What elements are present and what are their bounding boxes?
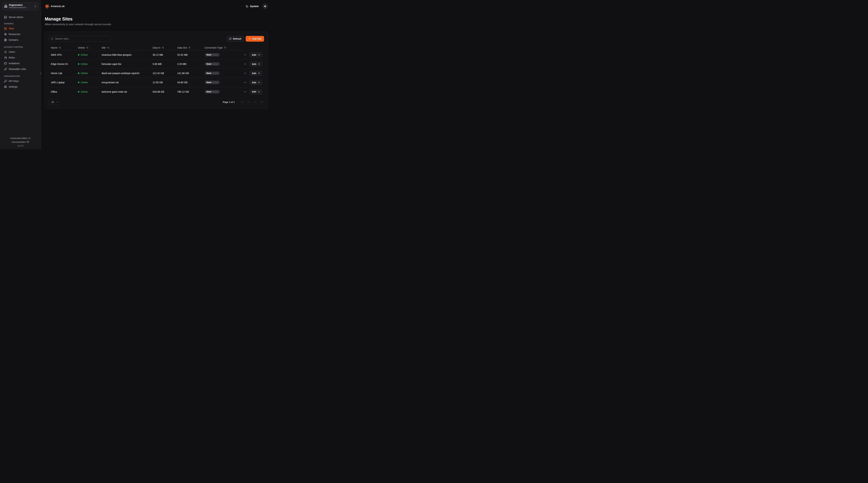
- chevron-right-icon: [254, 101, 256, 103]
- users-icon: [4, 56, 7, 59]
- row-menu-button[interactable]: [244, 81, 247, 84]
- app-root: Organization milo@fossorial.io's ... Ser…: [0, 0, 272, 149]
- edit-button[interactable]: Edit: [250, 62, 262, 66]
- next-page-button[interactable]: [253, 100, 258, 104]
- arrow-right-icon: [258, 72, 260, 74]
- sidebar-item-roles[interactable]: Roles: [2, 55, 38, 60]
- sidebar-item-sites[interactable]: Sites: [2, 26, 38, 31]
- sidebar-item-label: Settings: [9, 85, 18, 88]
- documentation-link[interactable]: Documentation: [0, 140, 41, 144]
- edit-button[interactable]: Edit: [250, 53, 262, 57]
- book-icon: [27, 141, 29, 143]
- table-row: Jeff's Laptop Online smug-brown-rat 12.6…: [49, 78, 264, 87]
- row-menu-button[interactable]: [244, 54, 247, 56]
- globe-icon: [4, 38, 7, 41]
- cell-name: Office: [49, 90, 78, 93]
- page-title: Manage Sites: [45, 16, 268, 22]
- search-input[interactable]: [55, 37, 109, 40]
- sidebar-item-api-keys[interactable]: API Keys: [2, 78, 38, 84]
- row-menu-button[interactable]: [244, 90, 247, 93]
- pagination-bar: 20 Page 1 of 1: [49, 99, 264, 105]
- avatar[interactable]: M: [262, 4, 268, 9]
- column-header-name[interactable]: Name: [49, 46, 78, 49]
- prev-page-button[interactable]: [247, 100, 251, 104]
- sidebar-scrollbar[interactable]: [41, 72, 41, 75]
- refresh-icon: [229, 37, 231, 40]
- connection-badge: Newtv1.3.2: [205, 71, 220, 75]
- cell-online: Online: [78, 63, 101, 65]
- online-dot: [78, 91, 79, 93]
- link-icon: [4, 68, 7, 71]
- first-page-button[interactable]: [240, 100, 245, 104]
- chevrons-left-icon: [241, 101, 244, 103]
- column-header-connection-type[interactable]: Connection Type: [205, 46, 232, 49]
- user-icon: [4, 51, 7, 54]
- column-header-data-in[interactable]: Data In: [153, 46, 177, 49]
- row-menu-button[interactable]: [244, 72, 247, 74]
- sites-icon: [4, 27, 7, 30]
- sidebar-item-domains[interactable]: Domains: [2, 37, 38, 42]
- cell-online: Online: [78, 72, 101, 74]
- sidebar-item-settings[interactable]: Settings: [2, 84, 38, 89]
- cell-online: Online: [78, 90, 101, 93]
- key-icon: [4, 79, 7, 83]
- org-selector-value: milo@fossorial.io's ...: [9, 6, 32, 9]
- arrow-right-icon: [258, 63, 260, 65]
- sidebar-item-invitations[interactable]: Invitations: [2, 61, 38, 66]
- table-row: AWS VPC Online vivacious-little-blue-pen…: [49, 50, 264, 60]
- online-dot: [78, 54, 79, 56]
- cell-data-in: 30.12 MB: [153, 54, 177, 56]
- last-page-button[interactable]: [259, 100, 264, 104]
- sidebar-item-label: Roles: [9, 56, 15, 59]
- cell-data-out: 34.80 GB: [177, 81, 205, 84]
- sort-icon: [224, 46, 226, 49]
- page-status: Page 1 of 1: [223, 101, 235, 103]
- sidebar-item-resources[interactable]: Resources: [2, 32, 38, 37]
- table-header-row: Name Online Site Data In Data Out Connec…: [49, 45, 264, 50]
- connection-badge: Newtv1.3.2: [205, 90, 220, 94]
- edit-button[interactable]: Edit: [250, 80, 262, 85]
- sidebar-item-label: Invitations: [9, 62, 20, 65]
- table-row: Edge Device 01 Online fortunate-cape-fox…: [49, 60, 264, 69]
- sort-icon: [188, 46, 191, 49]
- cell-data-out: 3.20 MB: [177, 63, 205, 65]
- cell-connection-type: Newtv1.3.2: [205, 53, 232, 57]
- cell-site: dead-san-joaquin-antelope-squirrel: [101, 72, 153, 74]
- cell-online: Online: [78, 81, 101, 84]
- cell-data-out: 141.68 GB: [177, 72, 205, 74]
- page-size-select[interactable]: 20: [49, 99, 60, 105]
- cell-data-out: 52.02 MB: [177, 54, 205, 56]
- mail-check-icon: [4, 62, 7, 65]
- sidebar-item-label: API Keys: [9, 79, 19, 83]
- sidebar-item-users[interactable]: Users: [2, 49, 38, 55]
- cell-data-in: 534.98 GB: [153, 90, 177, 93]
- org-selector[interactable]: Organization milo@fossorial.io's ...: [2, 2, 38, 10]
- column-header-data-out[interactable]: Data Out: [177, 46, 205, 49]
- edit-button[interactable]: Edit: [250, 71, 262, 76]
- cell-name: Edge Device 01: [49, 63, 78, 65]
- community-edition-link[interactable]: Community Edition: [0, 136, 41, 140]
- cell-connection-type: Newtv1.3.2: [205, 62, 232, 66]
- resources-icon: [4, 33, 7, 36]
- moon-icon: [246, 5, 248, 8]
- pangolin-logo-icon: [45, 4, 50, 9]
- sort-icon: [162, 46, 164, 49]
- theme-toggle[interactable]: System: [246, 5, 259, 8]
- arrow-right-icon: [258, 54, 260, 56]
- refresh-button[interactable]: Refresh: [226, 36, 244, 42]
- topbar: PANGOLIN System M: [41, 0, 272, 12]
- sidebar-item-server-admin[interactable]: Server Admin: [2, 14, 38, 20]
- column-header-online[interactable]: Online: [78, 46, 101, 49]
- org-selector-label: Organization: [9, 4, 32, 6]
- section-label-organization: ORGANIZATION: [4, 75, 37, 77]
- row-menu-button[interactable]: [244, 63, 247, 65]
- sidebar-item-shareable-links[interactable]: Shareable Links: [2, 66, 38, 72]
- column-header-site[interactable]: Site: [101, 46, 153, 49]
- edit-button[interactable]: Edit: [250, 89, 262, 94]
- sidebar-nav: Server Admin GENERAL Sites Resources Dom: [0, 12, 41, 90]
- add-site-button[interactable]: Add Site: [246, 36, 264, 42]
- sidebar-item-label: Resources: [9, 33, 20, 36]
- cell-name: Jeff's Laptop: [49, 81, 78, 84]
- page-header: Manage Sites Allow connectivity to your …: [41, 12, 272, 26]
- cell-site: vivacious-little-blue-penguin: [101, 54, 153, 56]
